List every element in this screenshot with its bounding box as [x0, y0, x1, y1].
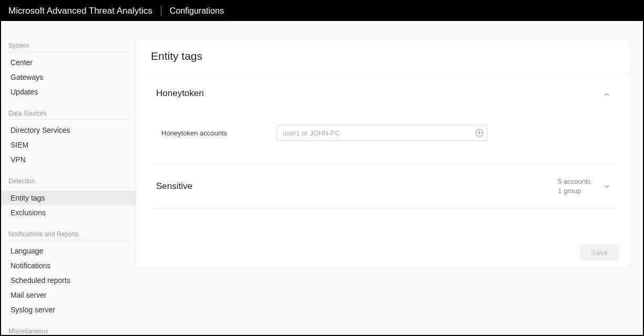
- sidebar-item-exclusions[interactable]: Exclusions: [8, 205, 128, 220]
- sensitive-title: Sensitive: [156, 181, 192, 192]
- save-button[interactable]: Save: [579, 244, 619, 261]
- sidebar-item-vpn[interactable]: VPN: [8, 152, 128, 167]
- sidebar-group-header: Data Sources: [8, 110, 128, 120]
- sidebar-item-gateways[interactable]: Gateways: [8, 70, 128, 85]
- sensitive-counts: 5 accounts 1 group: [558, 177, 591, 195]
- sidebar-item-siem[interactable]: SIEM: [8, 138, 128, 152]
- sidebar-item-directory-services[interactable]: Directory Services: [8, 123, 128, 138]
- top-bar: Microsoft Advanced Threat Analytics Conf…: [1, 1, 643, 21]
- product-name: Microsoft Advanced Threat Analytics: [8, 6, 161, 16]
- settings-panel: Entity tags Honeytoken Honeytoken accoun…: [136, 38, 630, 269]
- sensitive-accounts-count: 5 accounts: [558, 177, 591, 186]
- sidebar-item-updates[interactable]: Updates: [8, 85, 128, 99]
- honeytoken-title: Honeytoken: [156, 88, 204, 99]
- sensitive-groups-count: 1 group: [558, 186, 591, 196]
- page-name: Configurations: [161, 6, 224, 16]
- sidebar-group: MiscellaneousLicensing: [1, 328, 136, 336]
- sidebar-item-language[interactable]: Language: [8, 244, 128, 258]
- sidebar-group: Data SourcesDirectory ServicesSIEMVPN: [1, 110, 136, 177]
- sensitive-summary: 5 accounts 1 group: [558, 177, 610, 195]
- sidebar-group-header: Detection: [8, 177, 128, 187]
- honeytoken-body: Honeytoken accounts: [156, 99, 610, 151]
- sidebar-group: Notifications and ReportsLanguageNotific…: [1, 230, 136, 328]
- honeytoken-accounts-label: Honeytoken accounts: [156, 129, 277, 137]
- sidebar-group-header: Miscellaneous: [8, 328, 128, 336]
- sidebar-item-scheduled-reports[interactable]: Scheduled reports: [8, 273, 128, 288]
- chevron-up-icon: [604, 90, 610, 97]
- sidebar-item-syslog-server[interactable]: Syslog server: [8, 302, 128, 317]
- page-title: Entity tags: [136, 38, 630, 76]
- main: Entity tags Honeytoken Honeytoken accoun…: [136, 21, 643, 335]
- sidebar: SystemCenterGatewaysUpdatesData SourcesD…: [1, 21, 136, 335]
- honeytoken-accounts-input[interactable]: [277, 125, 487, 141]
- plus-circle-icon[interactable]: [475, 128, 484, 138]
- sidebar-group: DetectionEntity tagsExclusions: [1, 177, 136, 230]
- work-area: SystemCenterGatewaysUpdatesData SourcesD…: [1, 21, 643, 335]
- sidebar-group-header: Notifications and Reports: [8, 230, 128, 240]
- sections: Honeytoken Honeytoken accounts: [136, 76, 630, 208]
- honeytoken-header[interactable]: Honeytoken: [156, 88, 610, 99]
- honeytoken-input-wrap: [277, 125, 487, 141]
- chevron-down-icon: [604, 183, 610, 190]
- sidebar-group-header: System: [8, 42, 128, 52]
- sensitive-header[interactable]: Sensitive 5 accounts 1 group: [156, 177, 610, 195]
- sensitive-section: Sensitive 5 accounts 1 group: [152, 164, 614, 208]
- sidebar-item-mail-server[interactable]: Mail server: [8, 288, 128, 302]
- sidebar-group: SystemCenterGatewaysUpdates: [1, 42, 136, 110]
- honeytoken-section: Honeytoken Honeytoken accounts: [152, 76, 614, 164]
- sidebar-item-entity-tags[interactable]: Entity tags: [1, 191, 136, 205]
- save-row: Save: [579, 244, 619, 261]
- sidebar-item-center[interactable]: Center: [8, 55, 128, 70]
- sidebar-item-notifications[interactable]: Notifications: [8, 258, 128, 273]
